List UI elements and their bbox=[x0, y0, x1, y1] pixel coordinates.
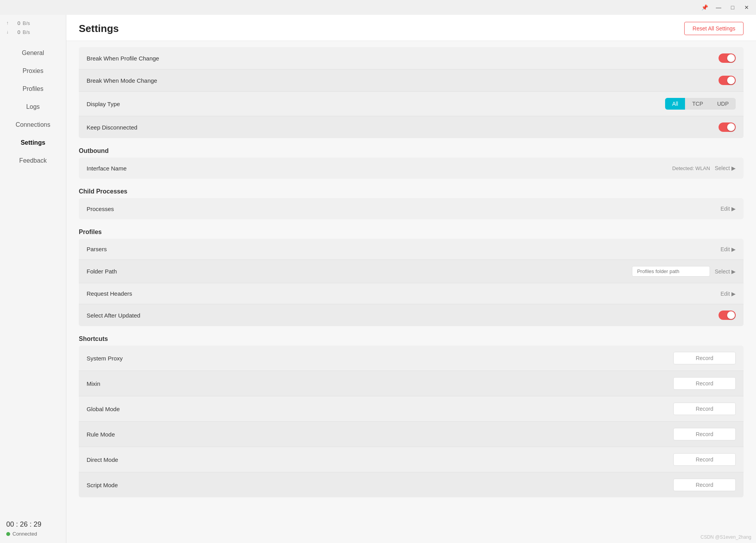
close-button[interactable]: ✕ bbox=[740, 2, 753, 13]
connection-status: Connected bbox=[6, 531, 60, 537]
download-value: 0 bbox=[11, 28, 20, 37]
minimize-button[interactable]: — bbox=[712, 2, 725, 13]
parsers-row: Parsers Edit ▶ bbox=[79, 239, 744, 260]
break-profile-label: Break When Profile Change bbox=[87, 55, 159, 62]
profiles-section-title: Profiles bbox=[79, 221, 744, 239]
sidebar-bottom: 00 : 26 : 29 Connected bbox=[0, 514, 66, 543]
rule-mode-record[interactable]: Record bbox=[673, 428, 736, 440]
connection-timer: 00 : 26 : 29 bbox=[6, 520, 60, 529]
break-mode-label: Break When Mode Change bbox=[87, 77, 157, 84]
break-profile-toggle[interactable] bbox=[719, 53, 736, 63]
interface-name-right: Detected: WLAN Select ▶ bbox=[672, 165, 736, 171]
processes-edit-link[interactable]: Edit ▶ bbox=[721, 206, 736, 212]
rule-mode-label: Rule Mode bbox=[87, 431, 115, 438]
sidebar-item-settings[interactable]: Settings bbox=[0, 134, 66, 152]
folder-path-select-link[interactable]: Select ▶ bbox=[715, 268, 736, 275]
app-body: ↑ 0 B/s ↓ 0 B/s General Proxies Profiles… bbox=[0, 15, 756, 543]
pin-button[interactable]: 📌 bbox=[698, 2, 711, 13]
processes-row: Processes Edit ▶ bbox=[79, 198, 744, 219]
segment-tcp[interactable]: TCP bbox=[685, 98, 710, 110]
connected-dot bbox=[6, 532, 10, 536]
child-processes-section-title: Child Processes bbox=[79, 180, 744, 198]
folder-path-right: Select ▶ bbox=[632, 266, 736, 277]
display-type-label: Display Type bbox=[87, 101, 120, 107]
settings-scroll: Break When Profile Change Break When Mod… bbox=[66, 41, 756, 543]
break-mode-row: Break When Mode Change bbox=[79, 69, 744, 92]
display-type-segment: All TCP UDP bbox=[665, 98, 736, 110]
connections-card: Break When Profile Change Break When Mod… bbox=[79, 47, 744, 138]
rule-mode-row: Rule Mode Record bbox=[79, 422, 744, 447]
keep-disconnected-row: Keep Disconnected bbox=[79, 116, 744, 138]
upload-unit: B/s bbox=[23, 19, 30, 28]
detected-wlan: Detected: WLAN bbox=[672, 165, 710, 171]
connected-label: Connected bbox=[12, 531, 37, 537]
sidebar-item-connections[interactable]: Connections bbox=[0, 116, 66, 134]
sidebar-nav: General Proxies Profiles Logs Connection… bbox=[0, 41, 66, 514]
script-mode-row: Script Mode Record bbox=[79, 472, 744, 497]
break-mode-toggle[interactable] bbox=[719, 76, 736, 85]
main-content: Settings Reset All Settings Break When P… bbox=[66, 15, 756, 543]
mixin-row: Mixin Record bbox=[79, 371, 744, 396]
direct-mode-row: Direct Mode Record bbox=[79, 447, 744, 472]
mixin-record[interactable]: Record bbox=[673, 377, 736, 390]
upload-value: 0 bbox=[11, 19, 20, 28]
script-mode-record[interactable]: Record bbox=[673, 479, 736, 491]
select-after-updated-toggle[interactable] bbox=[719, 311, 736, 320]
profiles-card: Parsers Edit ▶ Folder Path Select ▶ Requ… bbox=[79, 239, 744, 326]
download-arrow: ↓ bbox=[6, 28, 9, 37]
outbound-card: Interface Name Detected: WLAN Select ▶ bbox=[79, 158, 744, 179]
download-stat: ↓ 0 B/s bbox=[6, 28, 60, 37]
shortcuts-card: System Proxy Record Mixin Record Global … bbox=[79, 346, 744, 497]
parsers-edit-link[interactable]: Edit ▶ bbox=[721, 246, 736, 252]
upload-arrow: ↑ bbox=[6, 19, 9, 28]
maximize-button[interactable]: □ bbox=[726, 2, 739, 13]
sidebar-item-proxies[interactable]: Proxies bbox=[0, 62, 66, 80]
reset-all-settings-button[interactable]: Reset All Settings bbox=[684, 22, 744, 35]
system-proxy-record[interactable]: Record bbox=[673, 352, 736, 364]
page-header: Settings Reset All Settings bbox=[66, 15, 756, 41]
select-after-updated-label: Select After Updated bbox=[87, 312, 140, 319]
segment-udp[interactable]: UDP bbox=[710, 98, 736, 110]
segment-all[interactable]: All bbox=[665, 98, 685, 110]
titlebar: 📌 — □ ✕ bbox=[0, 0, 756, 15]
interface-select-link[interactable]: Select ▶ bbox=[715, 165, 736, 171]
interface-name-label: Interface Name bbox=[87, 165, 127, 172]
child-processes-card: Processes Edit ▶ bbox=[79, 198, 744, 219]
system-proxy-label: System Proxy bbox=[87, 355, 123, 362]
download-unit: B/s bbox=[23, 28, 30, 37]
sidebar-item-profiles[interactable]: Profiles bbox=[0, 80, 66, 98]
keep-disconnected-label: Keep Disconnected bbox=[87, 124, 137, 131]
global-mode-label: Global Mode bbox=[87, 406, 120, 412]
folder-path-row: Folder Path Select ▶ bbox=[79, 260, 744, 283]
sidebar-item-logs[interactable]: Logs bbox=[0, 98, 66, 116]
parsers-label: Parsers bbox=[87, 246, 107, 252]
request-headers-row: Request Headers Edit ▶ bbox=[79, 283, 744, 304]
interface-name-row: Interface Name Detected: WLAN Select ▶ bbox=[79, 158, 744, 179]
direct-mode-record[interactable]: Record bbox=[673, 453, 736, 466]
keep-disconnected-toggle[interactable] bbox=[719, 122, 736, 132]
display-type-row: Display Type All TCP UDP bbox=[79, 92, 744, 116]
page-title: Settings bbox=[79, 23, 119, 35]
mixin-label: Mixin bbox=[87, 380, 100, 387]
select-after-updated-row: Select After Updated bbox=[79, 304, 744, 326]
shortcuts-section-title: Shortcuts bbox=[79, 328, 744, 346]
sidebar-stats: ↑ 0 B/s ↓ 0 B/s bbox=[0, 15, 66, 41]
direct-mode-label: Direct Mode bbox=[87, 456, 118, 463]
sidebar: ↑ 0 B/s ↓ 0 B/s General Proxies Profiles… bbox=[0, 15, 66, 543]
script-mode-label: Script Mode bbox=[87, 482, 118, 488]
outbound-section-title: Outbound bbox=[79, 140, 744, 158]
folder-path-input[interactable] bbox=[632, 266, 710, 277]
global-mode-row: Global Mode Record bbox=[79, 396, 744, 422]
folder-path-label: Folder Path bbox=[87, 268, 117, 275]
sidebar-item-feedback[interactable]: Feedback bbox=[0, 152, 66, 170]
break-profile-row: Break When Profile Change bbox=[79, 47, 744, 69]
upload-stat: ↑ 0 B/s bbox=[6, 19, 60, 28]
processes-label: Processes bbox=[87, 206, 114, 212]
request-headers-edit-link[interactable]: Edit ▶ bbox=[721, 291, 736, 297]
global-mode-record[interactable]: Record bbox=[673, 403, 736, 415]
request-headers-label: Request Headers bbox=[87, 290, 132, 297]
system-proxy-row: System Proxy Record bbox=[79, 346, 744, 371]
sidebar-item-general[interactable]: General bbox=[0, 44, 66, 62]
watermark: CSDN @S1even_2hang bbox=[701, 534, 751, 540]
